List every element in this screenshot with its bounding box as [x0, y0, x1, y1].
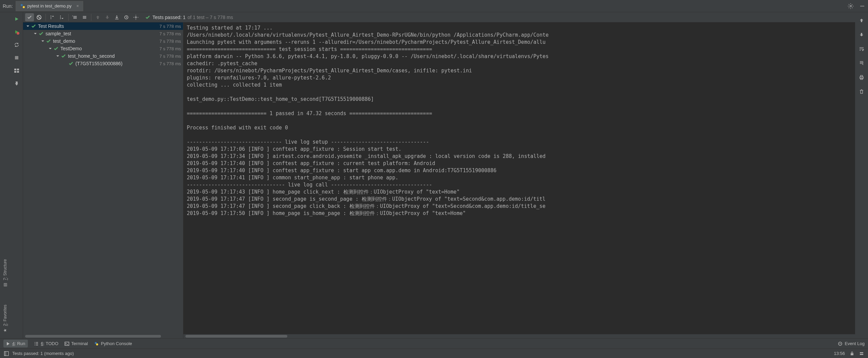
- console-scrollbar[interactable]: [183, 334, 855, 338]
- tree-duration: 7 s 778 ms: [159, 31, 181, 36]
- test-tree-pane: Test Results7 s 778 mssample_test7 s 778…: [23, 22, 183, 338]
- expand-all-icon[interactable]: [71, 13, 79, 21]
- show-tool-windows-icon[interactable]: [4, 351, 9, 356]
- layout-icon[interactable]: [12, 66, 21, 75]
- console-output[interactable]: Testing started at 17:17 ... /Users/nine…: [183, 22, 855, 334]
- tests-passed-label: Tests passed:: [152, 15, 182, 20]
- bottom-tool-bar: 4: Run 6: TODO Terminal Python Console E…: [0, 338, 868, 348]
- svg-rect-19: [4, 352, 8, 356]
- chevron-down-icon[interactable]: [48, 47, 52, 51]
- svg-rect-21: [851, 353, 853, 355]
- svg-point-11: [135, 17, 137, 18]
- show-passed-toggle[interactable]: [25, 13, 34, 21]
- previous-failed-icon[interactable]: [93, 13, 102, 21]
- terminal-tool-tab[interactable]: Terminal: [65, 341, 88, 346]
- collapse-all-icon[interactable]: [80, 13, 89, 21]
- gear-icon[interactable]: [848, 3, 854, 9]
- close-icon[interactable]: ×: [76, 3, 79, 8]
- test-status-bar: Tests passed: 1 of 1 test – 7 s 778 ms: [145, 15, 233, 20]
- scroll-to-end-icon[interactable]: [857, 58, 866, 68]
- rerun-button[interactable]: [12, 14, 21, 24]
- svg-point-0: [21, 4, 23, 6]
- run-config-tab[interactable]: pytest in test_demo.py ×: [16, 1, 84, 11]
- tree-duration: 7 s 778 ms: [159, 61, 181, 66]
- svg-rect-15: [65, 342, 69, 345]
- svg-rect-8: [17, 71, 19, 73]
- export-results-icon[interactable]: [112, 13, 121, 21]
- svg-rect-13: [861, 75, 863, 77]
- tree-label: TestDemo: [60, 46, 82, 51]
- left-tool-windows: ▤ 7: Structure ★ 2: Favorites: [0, 12, 10, 338]
- run-label: Run:: [3, 3, 13, 9]
- check-icon: [46, 39, 51, 43]
- check-icon: [39, 31, 43, 36]
- tree-label: Test Results: [38, 23, 64, 29]
- event-log-tab[interactable]: Event Log: [838, 341, 865, 346]
- chevron-down-icon[interactable]: [56, 54, 60, 58]
- svg-point-3: [17, 32, 19, 35]
- stop-button[interactable]: [12, 53, 21, 62]
- scroll-down-icon[interactable]: [857, 30, 866, 39]
- structure-tool-tab[interactable]: ▤ 7: Structure: [2, 257, 8, 289]
- test-tree[interactable]: Test Results7 s 778 mssample_test7 s 778…: [23, 22, 183, 334]
- tree-row[interactable]: (T7G5T15519000886)7 s 778 ms: [23, 60, 183, 67]
- sort-by-duration-icon[interactable]: [57, 13, 66, 21]
- chevron-down-icon[interactable]: [41, 39, 45, 43]
- next-failed-icon[interactable]: [103, 13, 112, 21]
- sort-alphabetically-icon[interactable]: [48, 13, 57, 21]
- chevron-down-icon[interactable]: [26, 24, 30, 28]
- scroll-up-icon[interactable]: [857, 16, 866, 25]
- tree-duration: 7 s 778 ms: [159, 39, 181, 44]
- svg-point-2: [850, 5, 852, 7]
- check-icon: [31, 24, 36, 29]
- console-pane: Testing started at 17:17 ... /Users/nine…: [183, 22, 855, 338]
- soft-wrap-icon[interactable]: [857, 44, 866, 54]
- status-message: Tests passed: 1 (moments ago): [12, 351, 74, 356]
- tree-row[interactable]: sample_test7 s 778 ms: [23, 30, 183, 37]
- favorites-tool-tab[interactable]: ★ 2: Favorites: [2, 303, 8, 335]
- svg-rect-20: [4, 352, 6, 356]
- svg-rect-23: [860, 354, 863, 355]
- tree-scrollbar[interactable]: [23, 334, 183, 338]
- lock-icon[interactable]: [850, 351, 854, 356]
- toggle-auto-test-button[interactable]: [12, 40, 21, 50]
- svg-rect-5: [14, 69, 16, 70]
- check-icon: [145, 15, 150, 20]
- tree-row[interactable]: TestDemo7 s 778 ms: [23, 45, 183, 52]
- tab-title: pytest in test_demo.py: [28, 3, 72, 8]
- right-tool-column: [855, 12, 868, 338]
- chevron-down-icon[interactable]: [33, 32, 37, 36]
- tab-bar: Run: pytest in test_demo.py ×: [0, 0, 868, 12]
- test-results-toolbar: Tests passed: 1 of 1 test – 7 s 778 ms: [23, 12, 855, 22]
- todo-tool-tab[interactable]: 6: TODO: [34, 341, 58, 346]
- python-console-tool-tab[interactable]: Python Console: [94, 341, 132, 346]
- python-icon: [20, 3, 25, 9]
- rerun-failed-button[interactable]: [12, 27, 21, 37]
- svg-point-17: [96, 343, 98, 345]
- inspector-icon[interactable]: [859, 351, 864, 356]
- run-action-column: [10, 12, 23, 338]
- tree-row[interactable]: test_home_to_second7 s 778 ms: [23, 52, 183, 60]
- print-icon[interactable]: [857, 73, 866, 82]
- pin-icon[interactable]: [12, 79, 21, 88]
- svg-rect-4: [15, 56, 18, 59]
- import-results-icon[interactable]: [122, 13, 131, 21]
- tree-label: test_home_to_second: [68, 53, 115, 59]
- test-runner-settings-icon[interactable]: [131, 13, 140, 21]
- svg-rect-22: [860, 352, 863, 353]
- tree-row[interactable]: Test Results7 s 778 ms: [23, 22, 183, 30]
- check-icon: [69, 61, 73, 66]
- minimize-icon[interactable]: [859, 3, 865, 9]
- tree-duration: 7 s 778 ms: [159, 24, 181, 29]
- tests-passed-count: 1: [183, 15, 186, 20]
- svg-rect-14: [861, 78, 863, 79]
- check-icon: [54, 46, 58, 51]
- run-tool-tab[interactable]: 4: Run: [3, 340, 28, 347]
- tree-row[interactable]: test_demo7 s 778 ms: [23, 37, 183, 45]
- delete-icon[interactable]: [857, 87, 866, 96]
- clock-time: 13:56: [834, 351, 845, 356]
- tree-duration: 7 s 778 ms: [159, 54, 181, 59]
- show-ignored-toggle[interactable]: [35, 13, 43, 21]
- tree-label: (T7G5T15519000886): [75, 61, 123, 66]
- svg-rect-6: [17, 69, 19, 70]
